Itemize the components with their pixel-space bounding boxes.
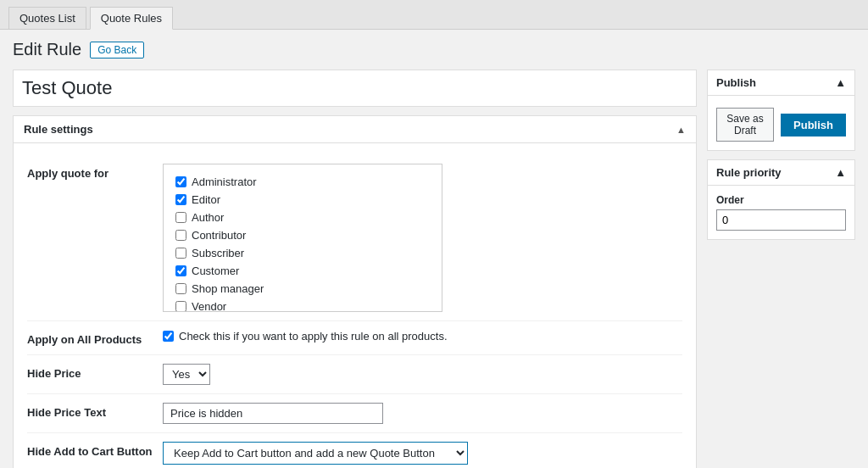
apply-quote-for-label: Apply quote for xyxy=(27,164,163,180)
rule-priority-panel-header: Rule priority ▲ xyxy=(708,160,854,186)
publish-button[interactable]: Publish xyxy=(781,114,846,136)
hide-price-text-row: Hide Price Text xyxy=(27,394,682,433)
rule-priority-panel: Rule priority ▲ Order xyxy=(707,159,855,240)
role-administrator-label: Administrator xyxy=(192,176,257,188)
sidebar-column: Publish ▲ Save as Draft Publish Rule pri… xyxy=(707,70,855,240)
roles-checkbox-list[interactable]: Administrator Editor Author xyxy=(163,164,442,312)
hide-price-text-label: Hide Price Text xyxy=(27,403,163,419)
role-contributor-label: Contributor xyxy=(192,229,246,242)
tab-quotes-list[interactable]: Quotes List xyxy=(8,7,86,29)
role-vendor: Vendor xyxy=(175,298,430,312)
role-shop-manager: Shop manager xyxy=(175,280,430,298)
apply-all-products-row: Apply on All Products Check this if you … xyxy=(27,321,682,355)
main-column: Rule settings ▲ Apply quote for Administ… xyxy=(13,70,697,468)
apply-all-products-label: Apply on All Products xyxy=(27,330,163,346)
page-header: Edit Rule Go Back xyxy=(13,40,855,59)
role-administrator-checkbox[interactable] xyxy=(175,176,186,187)
role-administrator: Administrator xyxy=(175,173,430,191)
top-nav: Quotes List Quote Rules xyxy=(0,0,868,30)
publish-panel: Publish ▲ Save as Draft Publish xyxy=(707,70,855,151)
save-as-draft-button[interactable]: Save as Draft xyxy=(716,108,774,142)
publish-panel-header: Publish ▲ xyxy=(708,70,854,96)
publish-actions: Save as Draft Publish xyxy=(716,108,846,142)
hide-price-select[interactable]: Yes No xyxy=(163,364,210,385)
hide-add-to-cart-control: Keep Add to Cart button and add a new Qu… xyxy=(163,442,682,465)
role-editor-checkbox[interactable] xyxy=(175,194,186,205)
role-vendor-checkbox[interactable] xyxy=(175,301,186,312)
rule-settings-header: Rule settings ▲ xyxy=(14,116,696,143)
apply-quote-for-row: Apply quote for Administrator Editor xyxy=(27,155,682,321)
hide-price-text-control xyxy=(163,403,682,424)
rule-settings-panel: Rule settings ▲ Apply quote for Administ… xyxy=(13,115,697,468)
hide-price-text-input[interactable] xyxy=(163,403,383,424)
role-editor-label: Editor xyxy=(192,193,220,206)
apply-all-products-hint: Check this if you want to apply this rul… xyxy=(179,330,448,343)
apply-quote-for-control: Administrator Editor Author xyxy=(163,164,682,312)
role-contributor: Contributor xyxy=(175,226,430,244)
hide-add-to-cart-select[interactable]: Keep Add to Cart button and add a new Qu… xyxy=(163,442,468,465)
role-author: Author xyxy=(175,209,430,226)
apply-all-products-inline: Check this if you want to apply this rul… xyxy=(163,330,682,343)
hide-price-control: Yes No xyxy=(163,364,682,385)
hide-price-label: Hide Price xyxy=(27,364,163,380)
role-shop-manager-label: Shop manager xyxy=(192,282,264,295)
role-subscriber-checkbox[interactable] xyxy=(175,248,186,259)
page-wrap: Edit Rule Go Back Rule settings ▲ Apply … xyxy=(0,30,868,468)
role-subscriber: Subscriber xyxy=(175,244,430,262)
publish-panel-title: Publish xyxy=(716,76,756,89)
rule-priority-panel-body: Order xyxy=(708,186,854,239)
role-customer-checkbox[interactable] xyxy=(175,265,186,276)
content-layout: Rule settings ▲ Apply quote for Administ… xyxy=(13,70,855,468)
rule-settings-label: Rule settings xyxy=(24,123,93,136)
hide-price-row: Hide Price Yes No xyxy=(27,355,682,394)
role-contributor-checkbox[interactable] xyxy=(175,230,186,241)
role-customer: Customer xyxy=(175,262,430,280)
role-author-label: Author xyxy=(192,211,224,224)
role-editor: Editor xyxy=(175,191,430,209)
rule-title-input[interactable] xyxy=(13,70,697,107)
order-input[interactable] xyxy=(716,209,846,231)
hide-add-to-cart-row: Hide Add to Cart Button Keep Add to Cart… xyxy=(27,433,682,468)
role-customer-label: Customer xyxy=(192,265,239,277)
rule-priority-panel-title: Rule priority xyxy=(716,166,782,179)
role-shop-manager-checkbox[interactable] xyxy=(175,283,186,294)
tab-quote-rules[interactable]: Quote Rules xyxy=(90,7,173,30)
apply-all-products-checkbox[interactable] xyxy=(163,331,174,342)
page-title: Edit Rule xyxy=(13,40,81,59)
publish-panel-toggle-icon[interactable]: ▲ xyxy=(835,76,846,89)
go-back-button[interactable]: Go Back xyxy=(90,42,144,58)
publish-panel-body: Save as Draft Publish xyxy=(708,96,854,150)
rule-settings-body: Apply quote for Administrator Editor xyxy=(14,143,696,468)
rule-priority-toggle-icon[interactable]: ▲ xyxy=(835,166,846,179)
apply-all-products-control: Check this if you want to apply this rul… xyxy=(163,330,682,343)
role-vendor-label: Vendor xyxy=(192,300,226,312)
order-label: Order xyxy=(716,194,846,206)
role-author-checkbox[interactable] xyxy=(175,212,186,223)
panel-toggle-icon[interactable]: ▲ xyxy=(676,125,686,135)
role-subscriber-label: Subscriber xyxy=(192,247,244,259)
hide-add-to-cart-label: Hide Add to Cart Button xyxy=(27,442,163,458)
